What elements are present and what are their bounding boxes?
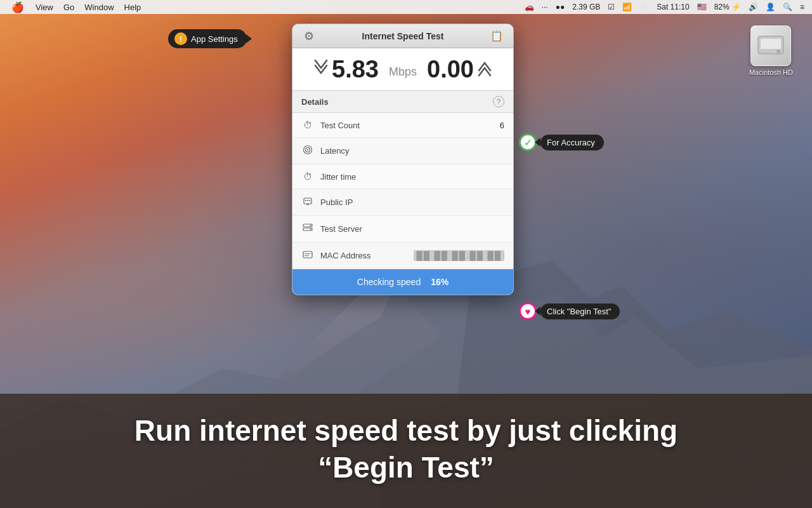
test-server-label: Test Server	[320, 224, 504, 234]
accuracy-label: For Accuracy	[547, 138, 595, 147]
details-header: Details ?	[292, 91, 513, 113]
svg-point-9	[307, 149, 308, 150]
test-count-value: 6	[500, 121, 504, 130]
public-ip-icon	[301, 196, 314, 208]
apple-menu[interactable]: 🍎	[5, 0, 30, 14]
latency-label: Latency	[320, 146, 504, 156]
test-server-row: Test Server	[292, 216, 513, 243]
app-settings-callout: ! App Settings	[168, 29, 247, 48]
share-icon[interactable]: 📋	[488, 27, 506, 45]
mac-address-row: MAC Address ██ ██ ██ ██ ██	[292, 243, 513, 269]
speed-down-section: 5.83	[314, 57, 379, 81]
svg-point-5	[776, 50, 780, 53]
svg-rect-4	[761, 39, 781, 49]
jitter-icon: ⏱	[301, 171, 314, 182]
warning-icon: !	[174, 32, 187, 45]
svg-point-17	[310, 225, 311, 226]
speed-display: 5.83 Mbps 0.00	[292, 48, 513, 91]
up-arrows-icon	[478, 59, 492, 79]
battery-dots: ●●	[553, 0, 568, 14]
menubar-right: 🚗 ··· ●● 2.39 GB ☑ 📶 🦷 Sat 11:10 🇺🇸 82% …	[522, 0, 807, 14]
panel-header: ⚙ Internet Speed Test 📋	[292, 24, 513, 48]
bluetooth-icon: 🦷	[637, 0, 652, 14]
panel-title: Internet Speed Test	[318, 31, 488, 41]
begin-test-callout: ♥ Click "Begin Test"	[519, 302, 620, 320]
bottom-overlay: Run internet speed test by just clicking…	[0, 394, 812, 508]
download-speed-value: 5.83	[332, 57, 379, 81]
jitter-row: ⏱ Jitter time	[292, 164, 513, 189]
jitter-label: Jitter time	[320, 172, 504, 182]
menu-go[interactable]: Go	[58, 0, 79, 14]
details-help-button[interactable]: ?	[493, 96, 504, 107]
clock-icon: ☑	[605, 0, 617, 14]
svg-point-18	[310, 229, 311, 230]
memory-label: 2.39 GB	[570, 0, 603, 14]
wifi-icon: 📶	[620, 0, 634, 14]
macintosh-hd-icon[interactable]: Macintosh HD	[749, 25, 793, 76]
progress-text: Checking speed	[357, 277, 421, 287]
search-menubar-icon[interactable]: 🔍	[780, 0, 795, 14]
mac-address-value: ██ ██ ██ ██ ██	[414, 250, 504, 261]
svg-rect-12	[307, 200, 308, 201]
test-count-icon: ⏱	[301, 120, 314, 130]
svg-rect-14	[306, 204, 309, 205]
upload-speed-value: 0.00	[427, 57, 474, 81]
app-panel: ⚙ Internet Speed Test 📋 5.83 Mbps 0.00	[292, 23, 514, 295]
latency-row: Latency	[292, 138, 513, 164]
check-icon: ✓	[519, 133, 537, 151]
down-arrows-icon	[314, 59, 328, 79]
user-icon: 👤	[763, 0, 778, 14]
public-ip-label: Public IP	[320, 197, 504, 207]
heart-icon: ♥	[519, 302, 537, 320]
accuracy-callout: ✓ For Accuracy	[519, 133, 604, 151]
list-icon: ≡	[797, 0, 807, 14]
menubar: 🍎 View Go Window Help 🚗 ··· ●● 2.39 GB ☑…	[0, 0, 812, 14]
public-ip-row: Public IP	[292, 189, 513, 216]
dots-icon: ···	[539, 0, 551, 14]
progress-percent: 16%	[431, 277, 449, 287]
test-count-label: Test Count	[320, 121, 500, 130]
begin-test-button[interactable]: Checking speed 16%	[292, 269, 513, 295]
battery-label: 82% ⚡	[712, 0, 743, 14]
svg-rect-6	[761, 53, 773, 54]
menu-view[interactable]: View	[30, 0, 58, 14]
begin-test-pill: Click "Begin Test"	[540, 304, 620, 319]
accuracy-pill: For Accuracy	[540, 135, 604, 150]
details-title: Details	[301, 97, 329, 107]
begin-test-label: Click "Begin Test"	[547, 307, 611, 316]
car-icon: 🚗	[522, 0, 537, 14]
bottom-text-line1: Run internet speed test by just clicking	[13, 413, 799, 450]
app-settings-pill[interactable]: ! App Settings	[168, 29, 247, 48]
mac-address-icon	[301, 250, 314, 262]
svg-rect-20	[304, 253, 311, 254]
latency-icon	[301, 145, 314, 157]
menu-window[interactable]: Window	[79, 0, 119, 14]
hd-drive-icon	[750, 25, 791, 66]
test-count-row: ⏱ Test Count 6	[292, 113, 513, 138]
mac-address-label: MAC Address	[320, 251, 414, 260]
speed-up-section: 0.00	[427, 57, 492, 81]
hd-label: Macintosh HD	[749, 69, 793, 76]
flag-icon: 🇺🇸	[695, 0, 709, 14]
settings-icon[interactable]: ⚙	[300, 27, 318, 45]
speed-unit-label: Mbps	[389, 65, 417, 81]
svg-rect-13	[309, 200, 310, 201]
menubar-left: 🍎 View Go Window Help	[5, 0, 522, 14]
menu-help[interactable]: Help	[119, 0, 147, 14]
svg-rect-11	[305, 200, 306, 201]
volume-icon: 🔊	[746, 0, 761, 14]
time-label: Sat 11:10	[654, 0, 691, 14]
app-settings-label: App Settings	[191, 34, 238, 44]
test-server-icon	[301, 223, 314, 235]
svg-rect-21	[304, 255, 309, 256]
bottom-text-line2: “Begin Test”	[13, 450, 799, 486]
svg-rect-19	[303, 251, 312, 258]
